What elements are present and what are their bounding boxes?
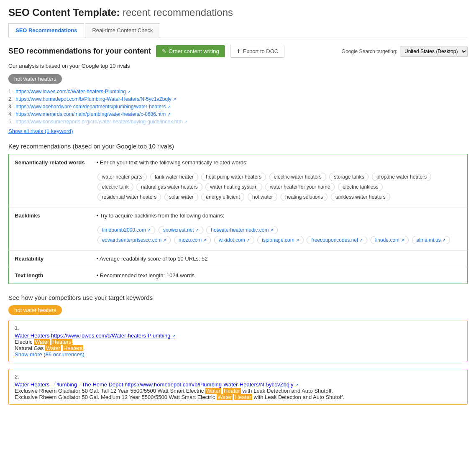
highlight: Water [205,388,221,394]
competitor-num-1: 1. [15,325,461,331]
rival-link[interactable]: https://www.acehardware.com/departments/… [15,104,166,110]
domain-link[interactable]: timebomb2000.com ↗ [97,226,155,234]
rival-link[interactable]: https://www.homedepot.com/b/Plumbing-Wat… [15,96,171,102]
competitor-title-2[interactable]: Water Heaters - Plumbing - The Home Depo… [15,381,123,388]
external-link-icon: ↗ [296,238,299,243]
external-link-icon: ↗ [270,228,273,233]
section-header: SEO recommendations for your content ✎ O… [8,45,468,58]
tag: residential water heaters [97,193,161,201]
export-icon: ⬆ [236,48,241,54]
highlight: Heater [223,388,241,394]
tag: water heater for your home [265,183,335,191]
tag: electric tank [97,183,133,191]
analysis-note: Our analysis is based on your Google top… [8,63,468,69]
domain-link[interactable]: freecouponcodes.net ↗ [307,236,367,244]
tag: tankless water heaters [331,193,390,201]
row-content-semantically: • Enrich your text with the following se… [91,154,468,207]
tag: heating solutions [281,193,328,201]
domain-link[interactable]: snowcrest.net ↗ [159,226,203,234]
external-link-icon: ↗ [173,97,176,102]
google-targeting-select[interactable]: United States (Desktop) [400,46,468,57]
competitor-snippet: Natural Gas Water Heaters. [15,345,461,351]
highlight: Heater [234,394,252,400]
rival-link[interactable]: https://www.menards.com/main/plumbing/wa… [15,111,166,117]
domain-link[interactable]: alma.mi.us ↗ [412,236,450,244]
row-content-readability: • Average readability score of top 10 UR… [91,251,468,267]
tabs-container: SEO Recommendations Real-time Content Ch… [8,23,468,38]
table-row-textlength: Text length • Recommended text length: 1… [9,267,468,284]
competitor-num-2: 2. [15,373,461,380]
bullet-readability: • Average readability score of top 10 UR… [97,256,208,262]
competitor-snippet: Electric Water Heaters. [15,339,461,345]
recommendations-table: Semantically related words • Enrich your… [8,154,468,284]
bullet-backlinks: • Try to acquire backlinks from the foll… [97,212,225,219]
recommendations-section: Key recommendations (based on your Googl… [8,143,468,284]
competitor-url-2[interactable]: https://www.homedepot.com/b/Plumbing-Wat… [125,381,298,388]
competitor-title-1[interactable]: Water Heaters [15,332,49,339]
domain-link[interactable]: wikidot.com ↗ [214,236,254,244]
rival-link[interactable]: https://www.lowes.com/c/Water-heaters-Pl… [15,89,126,95]
tag: energy efficient [201,193,244,201]
external-link-icon: ↗ [163,238,166,243]
external-link-icon: ↗ [167,112,171,117]
external-link-icon: ↗ [184,120,187,124]
highlight: Heaters [63,345,84,351]
row-label-backlinks: Backlinks [9,207,91,251]
tab-realtime-check[interactable]: Real-time Content Check [85,23,160,38]
domain-link[interactable]: linode.com ↗ [371,236,409,244]
external-link-icon: ↗ [246,238,250,243]
domain-link[interactable]: hotwaterheatermedic.com ↗ [206,226,278,234]
tag: electric water heaters [269,173,326,181]
table-row-readability: Readability • Average readability score … [9,251,468,267]
external-link-icon: ↗ [147,228,151,233]
show-all-rivals-link[interactable]: Show all rivals (1 keyword) [8,128,73,134]
row-label-textlength: Text length [9,267,91,284]
tab-seo-recommendations[interactable]: SEO Recommendations [8,23,84,38]
row-content-textlength: • Recommended text length: 1024 words [91,267,468,284]
tag: propane water heaters [372,173,431,181]
bullet-textlength: • Recommended text length: 1024 words [97,272,194,279]
domain-link[interactable]: edwardsenterprisescc.com ↗ [97,236,171,244]
show-more-link-1[interactable]: Show more (86 occurrences) [15,351,84,358]
highlight: Water [45,345,61,351]
rival-link[interactable]: https://www.consumerreports.org/cro/wate… [15,119,183,125]
order-content-writing-button[interactable]: ✎ Order content writing [156,45,225,57]
competitor-content-1: Electric Water Heaters. Natural Gas Wate… [15,339,461,358]
bullet-semantically: • Enrich your text with the following se… [97,159,248,166]
google-targeting: Google Search targeting: United States (… [342,46,468,57]
rival-num: 2. [8,96,13,102]
tag: hot water [248,193,277,201]
competitor-box-2: 2. Water Heaters - Plumbing - The Home D… [8,369,468,405]
google-targeting-label: Google Search targeting: [342,49,397,54]
competitors-title: See how your competitors use your target… [8,294,468,301]
tag: solar water [164,193,198,201]
rival-num: 1. [8,89,13,95]
rival-num: 5. [8,119,13,125]
row-label-readability: Readability [9,251,91,267]
competitor-content-2: Exclusive Rheem Gladiator 50 Gal. Tall 1… [15,388,461,400]
keyword-badge: hot water heaters [8,74,62,84]
rival-item: 1. https://www.lowes.com/c/Water-heaters… [8,89,468,95]
tag: electric tankless [338,183,383,191]
highlight: Water [217,394,233,400]
external-link-icon: ↗ [401,238,404,243]
competitor-snippet: Exclusive Rheem Gladiator 50 Gal. Tall 1… [15,388,461,394]
external-link-icon: ↗ [167,105,171,109]
tag: storage tanks [329,173,369,181]
external-link-icon: ↗ [359,238,363,243]
highlight: Water [34,339,50,345]
rival-item: 4. https://www.menards.com/main/plumbing… [8,111,468,117]
table-row-semantically: Semantically related words • Enrich your… [9,154,468,207]
rival-item: 3. https://www.acehardware.com/departmen… [8,104,468,110]
tag: water heating system [205,183,262,191]
domain-link[interactable]: ispionage.com ↗ [257,236,303,244]
competitor-url-1[interactable]: https://www.lowes.com/c/Water-heaters-Pl… [51,332,175,339]
export-to-doc-button[interactable]: ⬆ Export to DOC [230,45,285,58]
rival-num: 4. [8,111,13,117]
competitor-item-2: 2. Water Heaters - Plumbing - The Home D… [9,369,467,404]
tag: tank water heater [150,173,198,181]
tag: water heater parts [97,173,147,181]
edit-icon: ✎ [162,48,166,54]
external-link-icon: ↗ [172,334,175,338]
domain-link[interactable]: mozu.com ↗ [174,236,211,244]
